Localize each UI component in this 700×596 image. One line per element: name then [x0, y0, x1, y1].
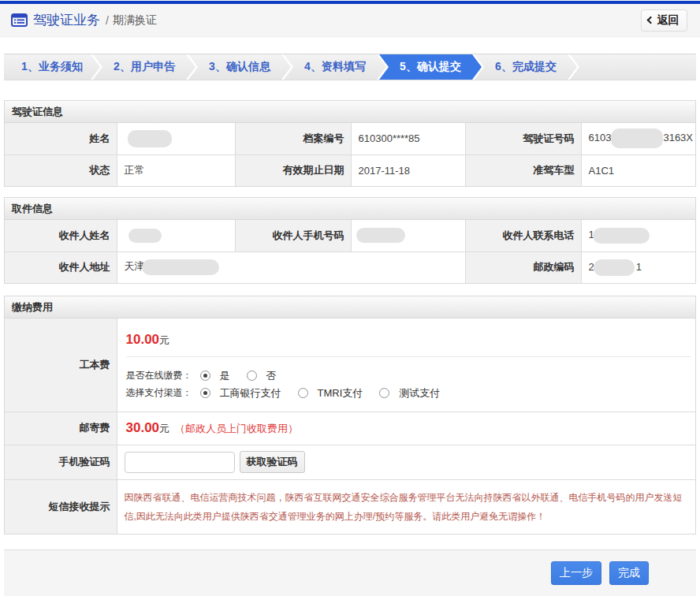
recipient-mobile-label: 收件人手机号码 — [235, 220, 351, 251]
radio-online-pay-no-label[interactable]: 否 — [266, 369, 277, 383]
name-label: 姓名 — [5, 123, 117, 155]
postcode-value: 21 — [581, 251, 695, 283]
radio-online-pay-yes[interactable] — [200, 371, 210, 381]
recipient-phone-value: 1 — [581, 220, 695, 251]
sms-label: 短信接收提示 — [5, 479, 117, 534]
recipient-name-value — [117, 220, 235, 251]
footer-bar: 上一步 完成 — [4, 549, 696, 596]
section-payment: 缴纳费用 工本费 10.00元 是否在线缴费： 是 否 选择支付渠道： 工商银行… — [4, 296, 696, 535]
radio-channel-tmri[interactable] — [298, 388, 308, 398]
code-label: 手机验证码 — [5, 445, 117, 479]
pickup-table: 收件人姓名 收件人手机号码 收件人联系电话 1 收件人地址 天津 邮政编码 21 — [5, 220, 695, 283]
breadcrumb: 驾驶证业务 / 期满换证 — [0, 11, 641, 29]
table-row: 状态 正常 有效期止日期 2017-11-18 准驾车型 A1C1 — [5, 155, 695, 186]
radio-channel-test-label[interactable]: 测试支付 — [399, 386, 440, 400]
table-row: 工本费 10.00元 是否在线缴费： 是 否 选择支付渠道： 工商银行支付 TM… — [5, 318, 695, 412]
page-title: 驾驶证业务 — [33, 11, 100, 29]
work-fee-amount-line: 10.00元 — [126, 321, 696, 348]
payment-table: 工本费 10.00元 是否在线缴费： 是 否 选择支付渠道： 工商银行支付 TM… — [5, 318, 695, 534]
step-2-declaration[interactable]: 2、用户申告 — [93, 54, 195, 80]
license-no-value: 61033163X — [581, 123, 695, 155]
radio-channel-icbc-label[interactable]: 工商银行支付 — [220, 386, 281, 400]
license-business-icon — [11, 13, 28, 27]
back-button[interactable]: 返回 — [641, 9, 687, 32]
redaction-blob — [128, 130, 172, 147]
redaction-blob — [356, 228, 405, 243]
chevron-left-icon — [646, 17, 654, 24]
get-code-button[interactable]: 获取验证码 — [240, 451, 305, 473]
redaction-blob — [593, 228, 650, 244]
previous-step-button[interactable]: 上一步 — [551, 561, 601, 585]
vehicle-type-label: 准驾车型 — [465, 155, 581, 186]
table-row: 邮寄费 30.00元（邮政人员上门收取费用） — [5, 412, 695, 445]
steps-track: 1、业务须知 2、用户申告 3、确认信息 4、资料填写 5、确认提交 6、完成提… — [4, 54, 696, 80]
step-5-confirm-submit[interactable]: 5、确认提交 — [379, 54, 482, 80]
back-button-label: 返回 — [657, 13, 680, 28]
address-label: 收件人地址 — [5, 251, 117, 283]
table-row: 短信接收提示 因陕西省联通、电信运营商技术问题，陕西省互联网交通安全综合服务管理… — [5, 479, 695, 534]
redaction-blob — [142, 259, 219, 275]
radio-online-pay-no[interactable] — [247, 371, 257, 381]
recipient-name-label: 收件人姓名 — [5, 220, 117, 251]
redaction-blob — [128, 229, 162, 243]
recipient-phone-label: 收件人联系电话 — [465, 220, 581, 251]
table-row: 手机验证码 获取验证码 — [5, 445, 695, 479]
file-no-label: 档案编号 — [235, 123, 351, 155]
divider — [126, 356, 691, 357]
breadcrumb-separator: / — [106, 14, 109, 27]
section-license-info: 驾驶证信息 姓名 档案编号 610300****85 驾驶证号码 6103316… — [4, 100, 696, 187]
section-payment-title: 缴纳费用 — [5, 296, 695, 318]
status-value: 正常 — [117, 155, 235, 186]
file-no-value: 610300****85 — [351, 123, 465, 155]
table-row: 姓名 档案编号 610300****85 驾驶证号码 61033163X — [5, 123, 695, 155]
steps-filler — [570, 54, 696, 80]
name-value — [117, 123, 235, 155]
online-pay-row: 是否在线缴费： 是 否 — [126, 365, 696, 387]
step-3-confirm-info[interactable]: 3、确认信息 — [188, 54, 291, 80]
mail-fee-amount: 30.00 — [126, 420, 160, 435]
license-no-label: 驾驶证号码 — [465, 123, 581, 155]
work-fee-label: 工本费 — [5, 318, 117, 412]
redaction-blob — [594, 259, 635, 276]
section-license-title: 驾驶证信息 — [5, 101, 695, 123]
sms-note-text: 因陕西省联通、电信运营商技术问题，陕西省互联网交通安全综合服务管理平台无法向持陕… — [117, 480, 696, 533]
section-pickup-title: 取件信息 — [5, 198, 695, 220]
section-pickup-info: 取件信息 收件人姓名 收件人手机号码 收件人联系电话 1 收件人地址 天津 邮政… — [4, 197, 696, 284]
vehicle-type-value: A1C1 — [581, 155, 695, 186]
work-fee-value: 10.00元 是否在线缴费： 是 否 选择支付渠道： 工商银行支付 TMRI支付… — [117, 318, 695, 412]
postcode-label: 邮政编码 — [465, 251, 581, 283]
redaction-blob — [611, 129, 663, 148]
table-row: 收件人地址 天津 邮政编码 21 — [5, 251, 695, 283]
step-1-notice[interactable]: 1、业务须知 — [4, 54, 100, 80]
license-table: 姓名 档案编号 610300****85 驾驶证号码 61033163X 状态 … — [5, 123, 695, 186]
mail-fee-note: （邮政人员上门收取费用） — [175, 423, 298, 434]
mail-fee-value: 30.00元（邮政人员上门收取费用） — [117, 412, 695, 445]
expiry-value: 2017-11-18 — [351, 155, 465, 186]
step-4-fill-data[interactable]: 4、资料填写 — [284, 54, 386, 80]
steps-bar: 1、业务须知 2、用户申告 3、确认信息 4、资料填写 5、确认提交 6、完成提… — [4, 54, 696, 80]
table-row: 收件人姓名 收件人手机号码 收件人联系电话 1 — [5, 220, 695, 251]
verification-code-input[interactable] — [125, 452, 235, 473]
page-subtitle: 期满换证 — [113, 13, 157, 28]
code-value: 获取验证码 — [117, 445, 695, 479]
sms-note-cell: 因陕西省联通、电信运营商技术问题，陕西省互联网交通安全综合服务管理平台无法向持陕… — [117, 479, 695, 534]
radio-channel-tmri-label[interactable]: TMRI支付 — [318, 386, 363, 400]
pay-channel-label: 选择支付渠道： — [126, 386, 193, 400]
work-fee-amount: 10.00 — [126, 332, 160, 347]
radio-online-pay-yes-label[interactable]: 是 — [220, 369, 230, 383]
radio-channel-test[interactable] — [379, 388, 389, 398]
radio-channel-icbc[interactable] — [200, 388, 210, 398]
mail-fee-label: 邮寄费 — [5, 412, 117, 445]
step-6-complete[interactable]: 6、完成提交 — [475, 54, 577, 80]
page-header: 驾驶证业务 / 期满换证 返回 — [0, 4, 700, 37]
pay-channel-row: 选择支付渠道： 工商银行支付 TMRI支付 测试支付 — [126, 387, 696, 409]
online-pay-label: 是否在线缴费： — [126, 369, 193, 382]
address-value: 天津 — [117, 251, 465, 283]
recipient-mobile-value — [351, 220, 465, 251]
status-label: 状态 — [5, 155, 117, 186]
finish-button[interactable]: 完成 — [609, 561, 649, 585]
expiry-label: 有效期止日期 — [235, 155, 351, 186]
verification-code-row: 获取验证码 — [117, 451, 696, 473]
